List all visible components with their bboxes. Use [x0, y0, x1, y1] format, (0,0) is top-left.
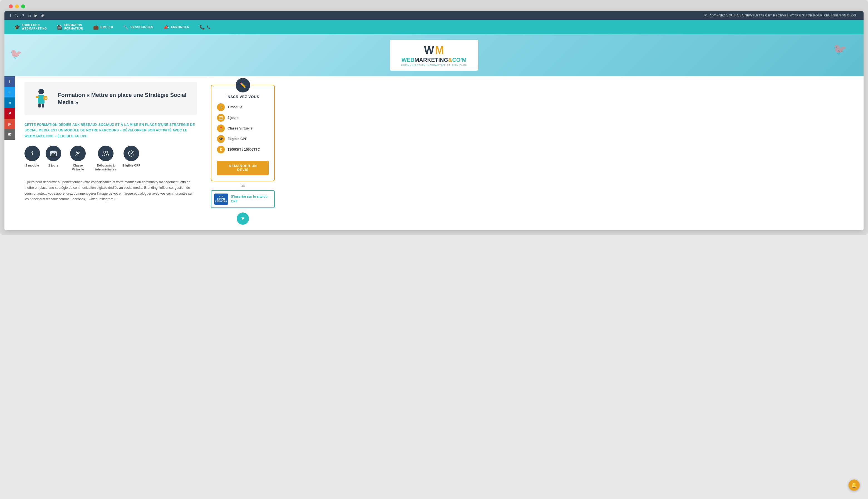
megaphone-icon: 📣	[163, 25, 169, 30]
tools-icon: 🔧	[123, 25, 129, 30]
phone-icon: 📞	[200, 25, 205, 30]
cpf-icon-label: Éligible CPF	[123, 163, 140, 167]
top-social-icons: f 𝕏 P in ▶ ◉	[10, 13, 44, 17]
debutants-icon-label: Débutants à intermédiaires	[95, 163, 117, 171]
nav-contact[interactable]: 📞 📞	[195, 21, 215, 34]
module-icon-circle: ℹ	[25, 146, 40, 161]
briefcase-icon: 💼	[93, 25, 99, 30]
close-button[interactable]	[9, 4, 13, 8]
icon-item-debutants: Débutants à intermédiaires	[95, 146, 117, 171]
cpf-logo-text: MONCOMPTEFORMATION	[215, 195, 227, 203]
browser-titlebar	[4, 4, 864, 11]
nav-ressources[interactable]: 🔧 RESSOURCES	[118, 21, 158, 34]
signup-title: INSCRIVEZ-VOUS	[217, 95, 269, 99]
svg-text:WM: WM	[45, 97, 49, 100]
signup-box: ✏️ INSCRIVEZ-VOUS ℹ 1 module 2 jours 📍	[211, 85, 275, 181]
svg-rect-15	[51, 155, 52, 155]
signup-classe-text: Classe Virtuelle	[228, 126, 252, 130]
signup-jours-icon	[217, 114, 225, 122]
newsletter-icon: ✉	[704, 14, 707, 17]
formation-illustration: WM	[30, 87, 52, 110]
icon-item-cpf: Éligible CPF	[123, 146, 140, 167]
signup-row-module: ℹ 1 module	[217, 103, 269, 111]
nav-label: FORMATIONWEBMARKETING	[22, 24, 47, 31]
cpf-logo: MONCOMPTEFORMATION	[214, 194, 228, 205]
sidebar-facebook-btn[interactable]: f	[4, 76, 15, 87]
devis-button[interactable]: DEMANDER UN DEVIS	[217, 161, 269, 175]
svg-point-0	[38, 89, 44, 94]
logo-brand-row: WEB MARKETING & CO'M	[401, 57, 467, 63]
sidebar-twitter-btn[interactable]: 🐦	[4, 87, 15, 97]
top-twitter-link[interactable]: 𝕏	[15, 13, 18, 17]
signup-module-icon: ℹ	[217, 103, 225, 111]
maximize-button[interactable]	[21, 4, 25, 8]
formation-header-card: WM Formation « Mettre en place une Strat…	[25, 82, 197, 115]
body-text: 2 jours pour découvrir ou perfectionner …	[25, 179, 197, 202]
logo-subtitle: COMMUNICATION INTERACTIVE ET BIEN PLUS	[401, 64, 467, 66]
signup-cpf-icon: 🎓	[217, 135, 225, 143]
nav-formation-formateur[interactable]: 🎬 FORMATIONFORMATEUR	[52, 20, 87, 34]
svg-rect-2	[36, 96, 39, 98]
social-sidebar: f 🐦 in P g+ ✉	[4, 76, 16, 230]
nav-label: 📞	[207, 25, 211, 29]
formation-title: Formation « Mettre en place une Stratégi…	[58, 91, 191, 106]
logo-m: M	[435, 44, 444, 56]
nav-emploi[interactable]: 💼 EMPLOI	[89, 21, 118, 34]
nav-label: RESSOURCES	[130, 25, 153, 29]
top-facebook-link[interactable]: f	[10, 13, 11, 17]
top-pinterest-link[interactable]: P	[22, 13, 24, 17]
graduation-icon: 🎓	[14, 25, 20, 30]
sidebar-pinterest-btn[interactable]: P	[4, 108, 15, 119]
top-linkedin-link[interactable]: in	[28, 13, 30, 17]
nav-label: FORMATIONFORMATEUR	[64, 24, 83, 31]
camera-icon: 🎬	[57, 25, 63, 30]
signup-row-cpf: 🎓 Éligible CPF	[217, 135, 269, 143]
nav-annoncer[interactable]: 📣 ANNONCER	[159, 21, 194, 34]
sidebar-email-btn[interactable]: ✉	[4, 129, 15, 140]
svg-rect-5	[42, 104, 44, 108]
nav-formation-webmarketing[interactable]: 🎓 FORMATIONWEBMARKETING	[10, 20, 51, 34]
formation-icons-row: ℹ 1 module 2 jours Classe Virtuelle	[25, 146, 197, 171]
nav-label: EMPLOI	[100, 25, 113, 29]
svg-rect-13	[53, 154, 53, 154]
signup-edit-icon: ✏️	[236, 78, 250, 93]
svg-rect-16	[53, 155, 53, 155]
top-youtube-link[interactable]: ▶	[35, 13, 37, 17]
jours-icon-circle	[46, 146, 61, 161]
main-content: f 🐦 in P g+ ✉	[4, 76, 864, 230]
module-icon-label: 1 module	[26, 163, 39, 167]
signup-price-text: 1300€HT / 1560€TTC	[228, 148, 260, 151]
signup-classe-icon: 📍	[217, 124, 225, 132]
svg-rect-26	[219, 118, 220, 118]
newsletter-text: ABONNEZ-VOUS À LA NEWSLETTER ET RECEVEZ …	[709, 14, 856, 17]
jours-icon-label: 2 jours	[48, 163, 59, 167]
browser-chrome: f 𝕏 P in ▶ ◉ ✉ ABONNEZ-VOUS À LA NEWSLET…	[0, 0, 868, 235]
svg-rect-4	[38, 104, 41, 108]
logo-webmarketing: WEB	[401, 57, 415, 63]
right-sidebar: ✏️ INSCRIVEZ-VOUS ℹ 1 module 2 jours 📍	[205, 76, 280, 230]
svg-rect-1	[38, 95, 45, 104]
newsletter-banner[interactable]: ✉ ABONNEZ-VOUS À LA NEWSLETTER ET RECEVE…	[704, 14, 858, 17]
formation-description: CETTE FORMATION DÉDIÉE AUX RÉSEAUX SOCIA…	[25, 122, 197, 139]
more-info-section: ▼	[211, 212, 275, 225]
debutants-icon-circle	[98, 146, 114, 161]
top-rss-link[interactable]: ◉	[41, 13, 44, 17]
cpf-link-text: S'inscrire sur le site du CPF	[231, 194, 272, 204]
cpf-box[interactable]: MONCOMPTEFORMATION S'inscrire sur le sit…	[211, 190, 275, 208]
logo-ampersand: &	[448, 57, 452, 63]
signup-module-text: 1 module	[228, 105, 242, 109]
svg-rect-27	[221, 118, 221, 118]
svg-point-18	[77, 152, 78, 153]
svg-rect-28	[219, 119, 220, 119]
sidebar-google-btn[interactable]: g+	[4, 119, 15, 129]
signup-row-jours: 2 jours	[217, 114, 269, 122]
icon-item-classe: Classe Virtuelle	[67, 146, 89, 171]
sidebar-linkedin-btn[interactable]: in	[4, 97, 15, 108]
top-bar: f 𝕏 P in ▶ ◉ ✉ ABONNEZ-VOUS À LA NEWSLET…	[4, 11, 864, 20]
more-info-button[interactable]: ▼	[237, 212, 249, 225]
signup-row-price: € 1300€HT / 1560€TTC	[217, 146, 269, 154]
svg-rect-12	[51, 154, 52, 154]
logo-area: W M WEB MARKETING & CO'M COMMUNICATION I…	[390, 40, 478, 71]
svg-rect-14	[54, 154, 55, 154]
minimize-button[interactable]	[15, 4, 19, 8]
